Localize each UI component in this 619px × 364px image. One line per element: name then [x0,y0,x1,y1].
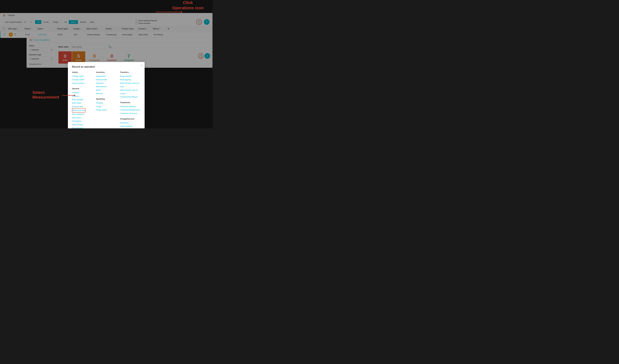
link-bulk-dispatch[interactable]: Bulk dispatch [72,98,93,101]
section-title-admin: Admin [72,71,93,73]
link-tirage-admin[interactable]: Tirage admin [96,108,117,112]
section-title-vintage: Vintage/harvest [120,118,141,120]
modal-col-2: Inventory Adjustment Disassemble Dispatc… [96,71,117,128]
link-adjustment[interactable]: Adjustment [96,74,117,78]
link-additive[interactable]: Additive [72,91,93,94]
link-dispatch[interactable]: Dispatch [96,82,117,85]
link-start-ferment[interactable]: Start ferment [72,123,93,126]
link-extraction[interactable]: Extraction [120,121,141,125]
link-transfer-rack-blend[interactable]: Transfer/Rack/Blend [120,95,141,98]
link-riddling[interactable]: Riddling [96,101,117,105]
modal-col-1: Admin Change batch Change owner Import p… [72,71,93,128]
link-manufacture[interactable]: Manufacture [96,85,117,88]
link-disassemble[interactable]: Disassemble [96,78,117,81]
link-multi-topping[interactable]: Multi topping [120,78,141,81]
link-change-owner[interactable]: Change owner [72,78,93,81]
modal-columns: Admin Change batch Change owner Import p… [72,71,141,128]
link-intake-delivery[interactable]: Intake delivery [120,125,141,128]
link-measurement[interactable]: Measurement [72,108,85,112]
link-receive[interactable]: Receive [96,92,117,95]
modal-col-3: Transfers Break barrels Multi topping Mu… [120,71,141,128]
record-operation-modal: Record an operation × Admin Change batch… [68,62,145,128]
link-treatment-product[interactable]: Treatment (Product) [120,112,141,115]
link-multi-additions[interactable]: Multi additions [72,112,93,116]
modal-overlay: Record an operation × Admin Change batch… [0,0,212,128]
section-title-sparkling: Sparkling [96,98,117,100]
section-title-inventory: Inventory [96,71,117,73]
link-move[interactable]: Move [96,88,117,92]
section-title-general: General [72,87,93,90]
link-stop-ferment[interactable]: Stop ferment [72,126,93,128]
link-tirage[interactable]: Tirage [96,105,117,108]
link-treatment-equipment[interactable]: Treatment (Equipment) [120,108,141,112]
link-press-cycle[interactable]: Press cycle [120,128,141,128]
link-change-batch[interactable]: Change batch [72,74,93,78]
annotation-click-ops: ClickOperations icon [172,0,204,11]
link-break-barrels[interactable]: Break barrels [120,74,141,78]
annotation-arrow-top [156,12,182,12]
annotation-select-measurement: SelectMeasurement [32,90,59,99]
link-treatment-barrel[interactable]: Treatment (Barrel) [120,105,141,108]
link-new-batch[interactable]: New batch [72,116,93,119]
link-multi-transfer-many-one[interactable]: Multi transfer (many-to-one) [120,82,141,88]
link-general-task[interactable]: General task [72,105,93,108]
link-bulk-intake[interactable]: Bulk intake [72,101,93,105]
link-multi-transfer-one-many[interactable]: Multi transfer (one-to-many) [120,88,141,95]
annotation-arrow-bottom [62,95,75,96]
link-packaging[interactable]: Packaging [72,119,93,123]
link-import-product[interactable]: Import product [72,82,93,85]
modal-title: Record an operation [72,66,141,68]
section-title-treatments: Treatments [120,101,141,104]
section-title-transfers: Transfers [120,71,141,73]
modal-close-button[interactable]: × [141,64,142,67]
